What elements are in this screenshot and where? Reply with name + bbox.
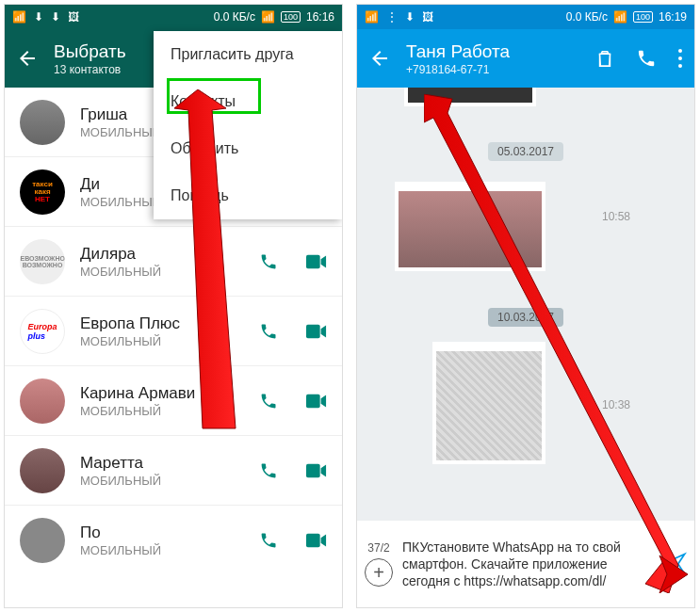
status-left: 📶 ⬇ ⬇ 🖼	[12, 10, 79, 24]
contact-name: Маретта	[80, 454, 259, 473]
delete-icon[interactable]	[594, 48, 615, 69]
svg-point-6	[678, 56, 682, 60]
svg-rect-0	[306, 254, 320, 268]
clock: 16:16	[306, 10, 334, 24]
image-icon: 🖼	[68, 10, 79, 24]
status-right: 0.0 КБ/с 📶 100 16:16	[214, 10, 334, 24]
video-icon[interactable]	[306, 533, 327, 548]
svg-point-7	[678, 64, 682, 68]
signal-icon: 📶	[365, 10, 379, 24]
contact-sub: МОБИЛЬНЫЙ	[80, 474, 259, 488]
avatar	[20, 378, 65, 424]
download-icon: ⬇	[405, 10, 415, 24]
more-icon[interactable]	[677, 48, 683, 69]
wifi-icon: 📶	[613, 10, 627, 24]
avatar: таксикакяНЕТ	[20, 169, 65, 215]
image-icon: 🖼	[422, 10, 433, 24]
svg-marker-8	[174, 89, 236, 428]
header-phone: +7918164-67-71	[406, 63, 594, 76]
video-icon[interactable]	[306, 254, 327, 269]
signal-icon: 📶	[12, 10, 26, 24]
svg-rect-1	[306, 324, 320, 338]
more-icon: ⋮	[386, 10, 398, 24]
contact-sub: МОБИЛЬНЫЙ	[80, 543, 259, 557]
contact-row[interactable]: МареттаМОБИЛЬНЫЙ	[5, 436, 342, 506]
avatar: Europaplus	[20, 309, 65, 354]
video-icon[interactable]	[306, 324, 327, 339]
status-bar: 📶 ⋮ ⬇ 🖼 0.0 КБ/с 📶 100 16:19	[357, 5, 694, 29]
status-right: 0.0 КБ/с 📶 100 16:19	[566, 10, 687, 24]
call-icon[interactable]	[259, 461, 278, 480]
header: Таня Работа +7918164-67-71	[357, 29, 694, 88]
battery-icon: 100	[633, 11, 653, 23]
status-bar: 📶 ⬇ ⬇ 🖼 0.0 КБ/с 📶 100 16:16	[5, 5, 342, 29]
call-icon[interactable]	[259, 322, 278, 341]
clock: 16:19	[659, 10, 687, 24]
avatar	[20, 518, 65, 563]
contact-name: По	[80, 523, 259, 542]
svg-rect-3	[306, 463, 320, 477]
video-icon[interactable]	[306, 463, 327, 478]
avatar	[20, 100, 65, 145]
battery-icon: 100	[281, 11, 301, 23]
svg-point-5	[678, 49, 682, 53]
call-icon[interactable]	[259, 392, 278, 411]
status-left: 📶 ⋮ ⬇ 🖼	[365, 10, 433, 24]
back-arrow-icon[interactable]	[16, 47, 39, 70]
video-icon[interactable]	[306, 394, 327, 409]
contact-row[interactable]: ПоМОБИЛЬНЫЙ	[5, 506, 342, 575]
svg-rect-2	[306, 394, 320, 408]
svg-rect-4	[306, 534, 320, 548]
header-title: Таня Работа	[406, 41, 594, 62]
annotation-arrow	[132, 89, 245, 438]
call-icon[interactable]	[259, 531, 278, 550]
menu-invite[interactable]: Пригласить друга	[154, 31, 342, 78]
avatar	[20, 448, 65, 493]
annotation-arrow	[424, 94, 688, 593]
net-speed: 0.0 КБ/с	[566, 10, 608, 24]
net-speed: 0.0 КБ/с	[214, 10, 255, 24]
call-icon[interactable]	[259, 252, 278, 271]
attach-button[interactable]: +	[365, 558, 393, 587]
back-arrow-icon[interactable]	[368, 47, 391, 70]
wifi-icon: 📶	[261, 10, 275, 24]
avatar: НЕВОЗМОЖНОЕВОЗМОЖНО	[20, 239, 65, 284]
header-titles: Таня Работа +7918164-67-71	[406, 41, 594, 76]
call-icon[interactable]	[636, 48, 657, 69]
download-icon: ⬇	[51, 10, 60, 24]
svg-marker-9	[424, 94, 678, 593]
char-count: 37/2	[367, 541, 389, 555]
download-icon: ⬇	[34, 10, 43, 24]
